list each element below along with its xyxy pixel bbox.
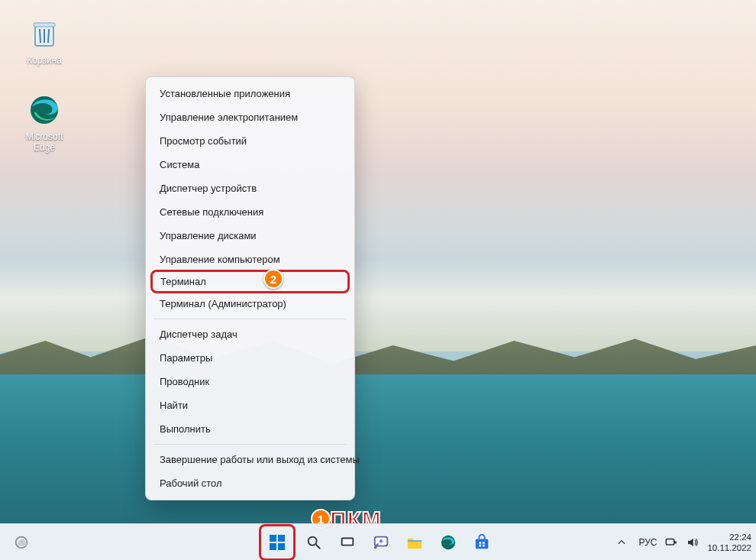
menu-device-manager[interactable]: Диспетчер устройств	[146, 176, 354, 200]
menu-disk-management[interactable]: Управление дисками	[146, 224, 354, 248]
svg-rect-15	[408, 540, 422, 542]
svg-rect-22	[667, 539, 675, 545]
store-icon	[473, 534, 490, 551]
svg-point-14	[380, 539, 383, 542]
menu-task-manager[interactable]: Диспетчер задач	[146, 322, 354, 346]
tray-overflow[interactable]	[612, 527, 631, 558]
widgets-button[interactable]	[6, 527, 37, 558]
wallpaper-lake	[0, 374, 756, 523]
svg-rect-18	[479, 542, 481, 544]
start-button-highlight	[259, 524, 296, 561]
menu-network-connections[interactable]: Сетевые подключения	[146, 200, 354, 224]
menu-terminal-admin[interactable]: Терминал (Администратор)	[146, 292, 354, 316]
taskbar: РУС 22:24 10.11.2022	[0, 523, 756, 560]
chat-button[interactable]	[366, 527, 396, 558]
menu-separator	[153, 444, 347, 445]
winx-menu: Установленные приложения Управление элек…	[145, 76, 355, 500]
task-view-icon	[339, 534, 356, 551]
task-view-button[interactable]	[332, 527, 363, 558]
trash-icon	[26, 15, 63, 52]
edge-small-icon	[440, 534, 457, 551]
svg-rect-7	[278, 543, 285, 550]
clock-time: 22:24	[707, 532, 751, 542]
svg-rect-17	[476, 539, 489, 549]
svg-point-13	[374, 545, 377, 549]
svg-rect-20	[479, 544, 481, 546]
search-icon	[305, 534, 322, 551]
store-button[interactable]	[467, 527, 497, 558]
svg-rect-1	[34, 23, 55, 27]
explorer-button[interactable]	[399, 527, 430, 558]
menu-power-management[interactable]: Управление электропитанием	[146, 105, 354, 129]
edge-icon[interactable]: Microsoft Edge	[15, 92, 73, 153]
menu-run[interactable]: Выполнить	[146, 417, 354, 441]
edge-button[interactable]	[433, 527, 464, 558]
desktop[interactable]: Активация Windows Чтобы активировать Win…	[0, 0, 756, 560]
menu-installed-apps[interactable]: Установленные приложения	[146, 82, 354, 105]
taskbar-center	[259, 524, 497, 561]
svg-rect-6	[270, 543, 276, 550]
recycle-bin-icon[interactable]: Корзина	[15, 15, 73, 66]
recycle-bin-label: Корзина	[15, 55, 73, 66]
menu-computer-management[interactable]: Управление компьютером	[146, 248, 354, 271]
svg-rect-5	[278, 535, 285, 542]
wallpaper-mountains	[0, 260, 756, 351]
menu-event-viewer[interactable]: Просмотр событий	[146, 129, 354, 153]
annotation-badge-2: 2	[263, 269, 283, 289]
svg-rect-19	[483, 542, 485, 544]
svg-rect-11	[343, 539, 353, 544]
menu-terminal[interactable]: Терминал	[160, 276, 206, 287]
windows-icon	[268, 533, 286, 552]
menu-settings[interactable]: Параметры	[146, 346, 354, 370]
menu-shutdown[interactable]: Завершение работы или выход из системы	[146, 448, 354, 471]
start-button[interactable]	[262, 527, 292, 558]
language-indicator[interactable]: РУС	[638, 537, 657, 548]
weather-icon	[13, 534, 30, 551]
browser-icon	[26, 92, 63, 128]
clock-date: 10.11.2022	[707, 542, 751, 553]
svg-line-9	[316, 544, 321, 549]
chat-icon	[373, 534, 389, 551]
menu-explorer[interactable]: Проводник	[146, 370, 354, 393]
volume-icon[interactable]	[686, 536, 699, 549]
search-button[interactable]	[299, 527, 329, 558]
menu-search[interactable]: Найти	[146, 393, 354, 417]
system-tray: РУС 22:24 10.11.2022	[612, 524, 751, 560]
edge-label: Microsoft Edge	[15, 131, 73, 153]
chevron-up-icon	[616, 537, 627, 548]
folder-icon	[406, 534, 423, 551]
svg-rect-4	[270, 535, 276, 542]
svg-point-8	[309, 536, 317, 545]
taskbar-clock[interactable]: 22:24 10.11.2022	[707, 532, 751, 553]
menu-desktop[interactable]: Рабочий стол	[146, 471, 354, 495]
menu-terminal-highlight: Терминал	[150, 270, 350, 293]
menu-system[interactable]: Система	[146, 153, 354, 176]
svg-rect-23	[674, 541, 677, 543]
menu-separator	[153, 319, 347, 319]
svg-rect-21	[483, 544, 485, 546]
network-icon[interactable]	[664, 536, 678, 549]
